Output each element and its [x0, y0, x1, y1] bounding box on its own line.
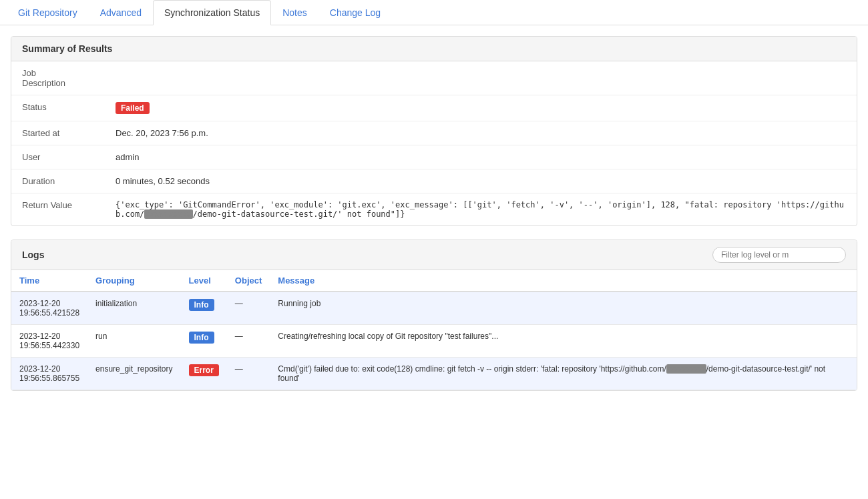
log-level-badge: Info: [189, 332, 214, 344]
log-time: 19:56:55.442330: [19, 341, 79, 350]
tab-change-log[interactable]: Change Log: [318, 0, 392, 25]
status-value: Failed: [105, 95, 857, 121]
log-message-cell: Creating/refreshing local copy of Git re…: [270, 325, 857, 358]
log-level-badge: Error: [189, 364, 219, 376]
summary-row-job: Job Description: [11, 61, 857, 95]
duration-label: Duration: [11, 169, 105, 193]
log-grouping-cell: run: [87, 325, 180, 358]
col-header-grouping: Grouping: [87, 270, 180, 292]
tab-git-repository[interactable]: Git Repository: [7, 0, 89, 25]
logs-table: Time Grouping Level Object Message 2023-…: [11, 270, 857, 390]
return-value-label: Return Value: [11, 193, 105, 225]
tabs-bar: Git Repository Advanced Synchronization …: [0, 0, 868, 25]
summary-row-user: User admin: [11, 145, 857, 169]
log-message-cell: Cmd('git') failed due to: exit code(128)…: [270, 358, 857, 390]
col-header-object: Object: [227, 270, 270, 292]
log-date: 2023-12-20: [19, 332, 79, 341]
summary-row-duration: Duration 0 minutes, 0.52 seconds: [11, 169, 857, 193]
job-value: [105, 61, 857, 95]
log-filter-input[interactable]: [712, 247, 846, 263]
logs-header: Logs: [11, 240, 857, 270]
duration-value: 0 minutes, 0.52 seconds: [105, 169, 857, 193]
summary-row-started-at: Started at Dec. 20, 2023 7:56 p.m.: [11, 121, 857, 145]
log-object-cell: —: [227, 325, 270, 358]
tab-notes[interactable]: Notes: [271, 0, 318, 25]
summary-card-header: Summary of Results: [11, 37, 857, 61]
log-time-cell: 2023-12-20 19:56:55.421528: [11, 292, 87, 325]
status-badge: Failed: [116, 102, 150, 114]
log-time-cell: 2023-12-20 19:56:55.442330: [11, 325, 87, 358]
col-header-time: Time: [11, 270, 87, 292]
user-value: admin: [105, 145, 857, 169]
job-label: Job Description: [11, 61, 105, 95]
log-time: 19:56:55.421528: [19, 308, 79, 318]
table-row: 2023-12-20 19:56:55.442330 run Info — Cr…: [11, 325, 857, 358]
tab-synchronization-status[interactable]: Synchronization Status: [153, 0, 271, 25]
started-at-value: Dec. 20, 2023 7:56 p.m.: [105, 121, 857, 145]
started-at-label: Started at: [11, 121, 105, 145]
col-header-message: Message: [270, 270, 857, 292]
table-row: 2023-12-20 19:56:55.421528 initializatio…: [11, 292, 857, 325]
logs-table-header-row: Time Grouping Level Object Message: [11, 270, 857, 292]
return-value-redacted: xxxxxxxxxx: [144, 209, 192, 219]
log-date: 2023-12-20: [19, 364, 79, 374]
log-level-cell: Info: [181, 325, 227, 358]
table-row: 2023-12-20 19:56:55.865755 ensure_git_re…: [11, 358, 857, 390]
log-message-cell: Running job: [270, 292, 857, 325]
status-label: Status: [11, 95, 105, 121]
tab-advanced[interactable]: Advanced: [89, 0, 153, 25]
summary-row-status: Status Failed: [11, 95, 857, 121]
user-label: User: [11, 145, 105, 169]
log-object-cell: —: [227, 358, 270, 390]
col-header-level: Level: [181, 270, 227, 292]
return-value-suffix: /demo-git-datasource-test.git/' not foun…: [193, 209, 405, 219]
summary-title: Summary of Results: [22, 43, 112, 54]
return-value-value: {'exc_type': 'GitCommandError', 'exc_mod…: [105, 193, 857, 225]
log-level-cell: Info: [181, 292, 227, 325]
log-grouping-cell: ensure_git_repository: [87, 358, 180, 390]
logs-card: Logs Time Grouping Level Object Message …: [11, 239, 857, 391]
log-grouping-cell: initialization: [87, 292, 180, 325]
log-level-badge: Info: [189, 299, 214, 311]
log-time-cell: 2023-12-20 19:56:55.865755: [11, 358, 87, 390]
log-date: 2023-12-20: [19, 299, 79, 308]
log-level-cell: Error: [181, 358, 227, 390]
logs-title: Logs: [22, 250, 44, 260]
summary-row-return-value: Return Value {'exc_type': 'GitCommandErr…: [11, 193, 857, 225]
log-time: 19:56:55.865755: [19, 374, 79, 383]
log-object-cell: —: [227, 292, 270, 325]
main-content: Summary of Results Job Description Statu…: [0, 25, 868, 415]
summary-card: Summary of Results Job Description Statu…: [11, 36, 857, 226]
